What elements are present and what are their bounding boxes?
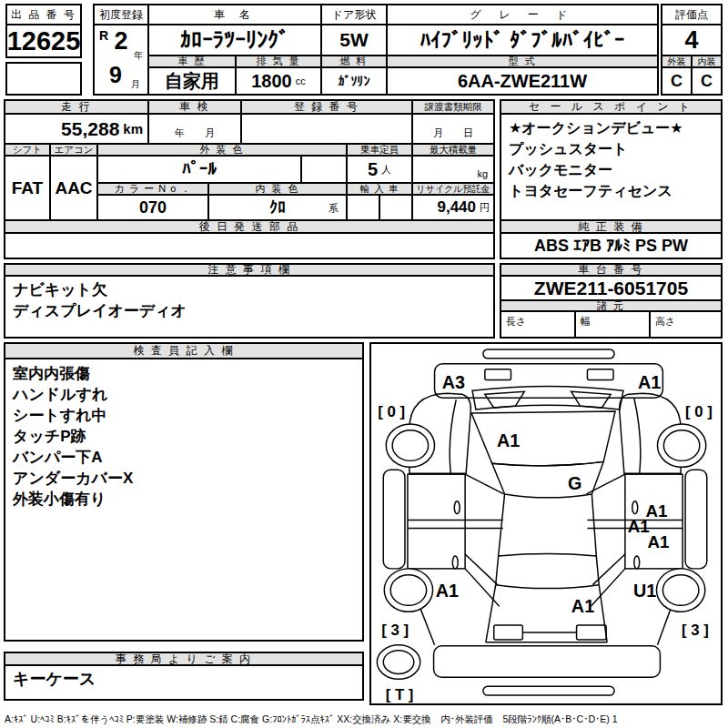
left-rear-fold-line1 [465,554,498,585]
left-rear-fold-line2 [465,569,500,606]
car-diagram-svg: A3 A1 [ 0 ] [ 0 ] A1 G A1 A1 A1 A1 U1 A1… [371,344,721,703]
aircon-value: AAC [49,155,98,221]
recycle-value: 9,440 円 [411,194,495,221]
left-door-panel [408,474,465,569]
capacity-unit: 人 [381,163,391,177]
mileage-number: 55,288 [61,118,119,140]
roof-right-edge [592,494,596,556]
damage-label-right-rear-door: A1 [647,532,669,551]
spec-length-cell: 長さ [500,310,576,339]
recycle-unit: 円 [480,201,490,215]
fuel-value: ｶﾞｿﾘﾝ [320,66,388,96]
reg-no-value [240,113,413,145]
sales-point-line: プッシュスタート [509,138,713,159]
import-cell-1 [346,194,380,221]
displacement-unit: cc [296,76,306,86]
auction-no-empty-box [5,62,82,96]
int-color-suffix: 系 [329,202,339,216]
spare-tire-label: [ T ] [386,686,414,703]
grade-label: グ レ ー ド [386,4,659,25]
door-shape-label: ドア形状 [320,4,388,25]
sales-point-line: トヨタセーフティセンス [509,180,713,201]
rear-edge-bar [483,686,614,695]
damage-label-hood: A1 [497,430,520,450]
sales-point-line: バックモニター [509,159,713,180]
color-no-value: 070 [96,194,209,221]
chassis-no-value: ZWE211-6051705 [500,275,723,301]
sales-points-body: ★オークションデビュー★ プッシュスタート バックモニター トヨタセーフティセン… [500,113,723,221]
first-reg-label: 初度登録 [93,4,149,25]
right-rear-fold-line2 [591,569,625,606]
tire-depth-rear-right: [ 3 ] [682,622,709,639]
damage-label-right-rear-quarter: U1 [633,581,656,601]
damage-label-front-bumper-left: A3 [442,372,465,392]
roof-rear-boundary [499,554,597,556]
displacement-number: 1800 [251,71,292,92]
windshield [492,461,603,498]
front-light-left [485,369,511,380]
tire-depth-rear-left: [ 3 ] [381,622,409,639]
rear-glass-bottom [496,585,600,589]
first-reg-year-unit: 年 [134,49,143,62]
spare-tire-inner [383,651,414,674]
exterior-grade-value: C [661,66,693,96]
inspector-line: タッチP跡 [13,426,355,447]
auction-no-value: 12625 [5,24,82,58]
note-line: ディスプレイオーディオ [13,300,486,321]
interior-grade-value: C [691,66,723,96]
rear-glass-left-edge [496,556,499,585]
displacement-value: 1800 cc [235,66,322,96]
sales-point-line: ★オークションデビュー★ [509,117,713,138]
score-label: 評価点 [661,4,723,25]
spec-height-cell: 高さ [649,310,723,339]
left-a-pillar-curve [450,399,456,473]
auction-sheet: 出 品 番 号 12625 初度登録 R 2 年 9 月 車 名 ｶﾛｰﾗﾂｰﾘ… [0,0,728,728]
damage-label-tailgate: A1 [571,596,594,616]
front-bumper [435,364,663,399]
inspection-value: 年 月 [147,113,242,145]
right-sill [685,470,707,569]
max-load-value: kg [411,155,495,184]
inspector-line: ハンドルすれ [13,384,355,405]
mileage-value: 55,288 km [4,113,149,145]
int-color-name: ｸﾛ [269,198,286,217]
capacity-number: 5 [368,159,378,180]
int-color-value: ｸﾛ 系 [207,194,348,221]
damage-label-windshield: G [568,473,581,493]
damage-label-right-door-seam: A1 [628,517,650,536]
spec-width-cell: 幅 [574,310,651,339]
recycle-number: 9,440 [437,198,476,217]
mileage-unit: km [123,121,143,136]
inspector-line: シートすれ中 [13,405,355,426]
inspector-line: 外装小傷有り [13,489,355,510]
grade-value: ﾊｲﾌﾞﾘｯﾄﾞ ﾀﾞﾌﾞﾙﾊﾞｲﾋﾞｰ [386,24,659,56]
hood [471,411,615,466]
history-value: 自家用 [147,66,237,96]
first-reg-value: R 2 年 9 月 [93,24,149,96]
score-value: 4 [661,24,723,56]
damage-label-front-bumper-right: A1 [638,372,661,392]
tire-depth-front-right: [ 0 ] [685,403,713,420]
office-info-body: キーケース [4,664,364,701]
model-code-value: 6AA-ZWE211W [386,66,659,96]
rear-light-left [494,625,523,640]
transfer-deadline-value: 月 日 [411,113,495,145]
inspector-notes-body: 室内内張傷 ハンドルすれ シートすれ中 タッチP跡 バンパー下A アンダーカバー… [4,358,364,642]
inspector-line: アンダーカバーX [13,468,355,489]
notes-body: ナビキット欠 ディスプレイオーディオ [4,275,495,339]
note-line: ナビキット欠 [13,279,486,300]
door-shape-value: 5W [320,24,388,56]
import-cell-2 [379,194,413,221]
ext-color-value: ﾊﾟｰﾙ [96,155,302,184]
oem-equipment-value: ABS ｴｱB ｱﾙﾐ PS PW [500,232,723,259]
inspector-line: 室内内張傷 [13,363,355,384]
right-a-pillar-curve [634,398,641,473]
car-damage-diagram: A3 A1 [ 0 ] [ 0 ] A1 G A1 A1 A1 A1 U1 A1… [369,342,723,705]
roof-left-edge [499,494,505,556]
auction-no-label: 出 品 番 号 [5,4,82,25]
rear-light-right [577,625,607,640]
rear-bumper [434,646,661,678]
capacity-value: 5 人 [346,155,413,184]
tire-depth-front-left: [ 0 ] [378,403,405,420]
shift-value: FAT [4,155,51,221]
